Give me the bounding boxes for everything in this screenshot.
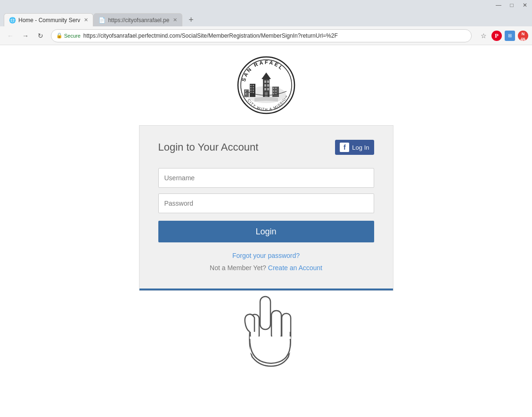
tab-favicon-home: 🌐 bbox=[9, 17, 16, 24]
tab-close-perfectmind[interactable]: ✕ bbox=[173, 17, 177, 23]
svg-rect-7 bbox=[253, 85, 254, 86]
login-card: Login to Your Account f Log In Login For… bbox=[139, 125, 393, 291]
page-content: SAN RAFAEL THE CITY WITH A MISSION bbox=[0, 45, 532, 412]
logo-container: SAN RAFAEL THE CITY WITH A MISSION bbox=[236, 55, 297, 116]
maximize-button[interactable]: □ bbox=[506, 0, 518, 10]
svg-rect-19 bbox=[267, 84, 269, 87]
cursor-area bbox=[236, 287, 297, 367]
tab-label-perfectmind: https://cityofsanrafael.pe bbox=[108, 17, 169, 24]
extensions-icon[interactable]: ⊞ bbox=[505, 31, 515, 41]
refresh-button[interactable]: ↻ bbox=[34, 29, 47, 42]
create-account-link[interactable]: Create an Account bbox=[268, 264, 322, 272]
facebook-login-label: Log In bbox=[352, 144, 369, 151]
svg-marker-15 bbox=[262, 72, 271, 79]
tab-perfectmind[interactable]: 📄 https://cityofsanrafael.pe ✕ bbox=[93, 13, 182, 26]
new-tab-button[interactable]: + bbox=[184, 13, 197, 26]
tab-favicon-perfectmind: 📄 bbox=[98, 17, 105, 24]
svg-rect-20 bbox=[264, 88, 266, 90]
forward-button[interactable]: → bbox=[19, 29, 32, 42]
close-button[interactable]: ✕ bbox=[519, 0, 531, 10]
forgot-password-link[interactable]: Forgot your password? bbox=[158, 252, 374, 259]
svg-rect-13 bbox=[253, 92, 254, 93]
back-button[interactable]: ← bbox=[4, 29, 17, 42]
svg-rect-8 bbox=[250, 87, 252, 88]
svg-rect-33 bbox=[260, 297, 270, 329]
secure-badge: 🔒 Secure bbox=[56, 32, 81, 39]
register-row: Not a Member Yet? Create an Account bbox=[158, 264, 374, 272]
svg-rect-32 bbox=[245, 93, 246, 95]
window-controls: — □ ✕ bbox=[492, 0, 531, 10]
svg-rect-9 bbox=[253, 87, 254, 88]
svg-rect-10 bbox=[250, 89, 252, 91]
card-bottom-line bbox=[139, 289, 393, 290]
svg-rect-26 bbox=[273, 90, 274, 92]
minimize-button[interactable]: — bbox=[492, 0, 505, 10]
star-icon[interactable]: ☆ bbox=[478, 31, 489, 41]
svg-rect-6 bbox=[250, 85, 252, 86]
svg-rect-28 bbox=[273, 93, 274, 95]
tab-bar: 🌐 Home - Community Serv ✕ 📄 https://city… bbox=[0, 10, 532, 26]
titlebar: — □ ✕ bbox=[0, 0, 532, 10]
svg-rect-22 bbox=[265, 92, 268, 97]
login-header: Login to Your Account f Log In bbox=[158, 140, 374, 155]
browser-icons: ☆ P ⊞ N EW bbox=[478, 31, 528, 41]
svg-rect-34 bbox=[271, 311, 281, 340]
not-member-text: Not a Member Yet? bbox=[210, 264, 266, 272]
san-rafael-logo: SAN RAFAEL THE CITY WITH A MISSION bbox=[236, 55, 297, 116]
browser-controls: ← → ↻ 🔒 Secure https://cityofsanrafael.p… bbox=[0, 26, 532, 45]
tab-label-home: Home - Community Serv bbox=[18, 17, 80, 24]
svg-rect-27 bbox=[275, 90, 277, 92]
password-input[interactable] bbox=[158, 193, 374, 213]
facebook-icon: f bbox=[340, 143, 349, 152]
svg-rect-17 bbox=[267, 80, 269, 83]
pinterest-icon[interactable]: P bbox=[491, 31, 502, 41]
svg-rect-16 bbox=[264, 80, 266, 83]
address-bar[interactable]: 🔒 Secure https://cityofsanrafael.perfect… bbox=[51, 29, 472, 42]
facebook-login-button[interactable]: f Log In bbox=[335, 140, 374, 155]
login-title: Login to Your Account bbox=[158, 141, 259, 153]
tab-home[interactable]: 🌐 Home - Community Serv ✕ bbox=[4, 13, 93, 26]
svg-rect-18 bbox=[264, 84, 266, 87]
svg-rect-25 bbox=[275, 88, 277, 89]
svg-rect-21 bbox=[267, 88, 269, 90]
new-extension-badge[interactable]: N EW bbox=[518, 31, 528, 41]
url-text: https://cityofsanrafael.perfectmind.com/… bbox=[83, 32, 467, 39]
svg-rect-11 bbox=[253, 89, 254, 91]
svg-rect-24 bbox=[273, 88, 274, 89]
login-button[interactable]: Login bbox=[158, 221, 374, 242]
tab-close-home[interactable]: ✕ bbox=[84, 17, 88, 23]
username-input[interactable] bbox=[158, 168, 374, 188]
cursor-hand-icon bbox=[236, 287, 297, 367]
